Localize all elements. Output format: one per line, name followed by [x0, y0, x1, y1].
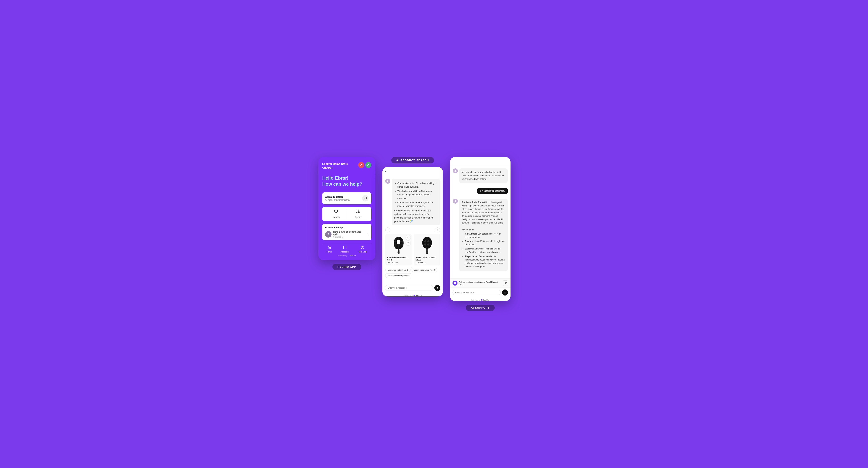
product-2-name: Acero Padel Racket – No. X	[415, 257, 439, 261]
svg-point-2	[365, 198, 366, 198]
svg-rect-5	[356, 210, 359, 212]
recent-avatar	[325, 231, 332, 238]
right-agent-avatar-2	[453, 199, 458, 204]
product-1-wishlist-btn[interactable]: ♡	[406, 235, 410, 240]
avatar-red	[358, 162, 364, 168]
svg-point-57	[427, 247, 427, 248]
right-lookfor-dot	[481, 299, 483, 301]
recent-message-card[interactable]: Recent message Here is our high-performa…	[322, 224, 371, 240]
middle-message-input-row	[382, 283, 443, 293]
left-phone-card: Lookfor Demo Store Chatbot Hello Ebrar! …	[318, 157, 375, 260]
product-context-bar: Ask me anything about Acero Padel Racket…	[450, 278, 510, 288]
svg-point-56	[428, 245, 429, 246]
middle-phone-card: ‹ Constructed with 18K carbon, making it…	[382, 167, 443, 296]
favorites-icon	[334, 210, 338, 214]
carousel-prev-btn[interactable]: ‹	[385, 227, 390, 232]
middle-lookfor-brand: lookfor	[416, 295, 422, 296]
context-cart-button[interactable]	[503, 280, 508, 286]
right-agent-message-2: The Acero Padel Racket No. 1 is designed…	[459, 199, 508, 271]
chip-learn-no1[interactable]: Learn more about No. 1	[385, 268, 410, 272]
svg-point-7	[359, 212, 359, 213]
svg-rect-61	[426, 251, 428, 252]
right-phone-card: ‹ for example, guide you in finding the …	[450, 157, 510, 301]
right-back-button[interactable]: ‹	[453, 160, 454, 163]
svg-point-46	[428, 243, 429, 244]
svg-point-65	[455, 170, 456, 171]
helpdesk-label: Help Desk	[358, 251, 367, 253]
right-user-message: Is it suitable for beginners?	[477, 188, 508, 194]
main-container: Lookfor Demo Store Chatbot Hello Ebrar! …	[318, 157, 550, 311]
svg-point-1	[368, 164, 369, 165]
product-2-price: EUR 400.00	[415, 262, 439, 264]
middle-powered-by: Powered by lookfor	[382, 293, 443, 296]
favorites-label: Favorites	[332, 216, 340, 219]
product-1-cart-btn[interactable]	[406, 241, 410, 245]
svg-point-42	[430, 241, 431, 242]
back-button[interactable]: ‹	[385, 169, 386, 173]
nav-home[interactable]: Home	[327, 245, 332, 253]
recent-row: Here is our high-performance option... 6…	[325, 231, 369, 238]
chip-similar[interactable]: Show me similar products	[385, 273, 412, 278]
orders-button[interactable]: Orders	[347, 210, 369, 219]
lookfor-dot	[348, 255, 349, 257]
messages-icon	[343, 245, 347, 250]
left-header: Lookfor Demo Store Chatbot	[322, 162, 371, 169]
svg-point-36	[427, 240, 428, 241]
middle-mic-button[interactable]	[434, 285, 440, 291]
favorites-button[interactable]: Favorites	[325, 210, 347, 219]
right-agent-row-1: for example, guide you in finding the ri…	[453, 168, 508, 186]
svg-point-55	[427, 245, 427, 246]
svg-rect-31	[397, 251, 400, 252]
orders-label: Orders	[354, 216, 361, 219]
middle-powered-text: Powered by	[404, 295, 413, 296]
svg-rect-28	[397, 240, 400, 244]
product-1-actions: ♡	[406, 235, 410, 245]
right-mic-button[interactable]	[502, 290, 508, 296]
right-panel-label: AI SUPPORT	[466, 305, 495, 311]
carousel-next-btn[interactable]: ›	[435, 227, 440, 232]
recent-title: Recent message	[325, 226, 369, 229]
product-2-image	[415, 236, 439, 255]
svg-point-45	[427, 243, 427, 244]
right-message-input[interactable]	[453, 290, 501, 295]
right-powered-text: Powered by	[471, 299, 480, 301]
svg-rect-60	[426, 250, 428, 251]
product-carousel: ♡	[385, 234, 440, 265]
middle-header: ‹	[382, 167, 443, 176]
nav-helpdesk[interactable]: Help Desk	[358, 245, 367, 253]
svg-point-35	[425, 240, 426, 241]
ask-subtitle: AI Agent answers instantly	[325, 199, 350, 201]
svg-point-41	[428, 241, 429, 242]
home-label: Home	[327, 251, 332, 253]
agent-chat-row-1: Constructed with 18K carbon, making it d…	[385, 179, 440, 225]
recent-message-text: Here is our high-performance option... 6…	[333, 231, 366, 238]
chip-learn-nox[interactable]: Learn more about No. X	[411, 268, 437, 272]
agent-message-1: Constructed with 18K carbon, making it d…	[392, 179, 440, 225]
product-1-name: Acero Padel Racket – No. 1	[387, 257, 410, 261]
svg-rect-59	[426, 249, 428, 249]
middle-panel-label: AI PRODUCT SEARCH	[391, 157, 434, 163]
right-content: for example, guide you in finding the ri…	[450, 166, 510, 278]
middle-content: Constructed with 18K carbon, making it d…	[382, 176, 443, 283]
ask-question-card[interactable]: Ask a question AI Agent answers instantl…	[322, 192, 371, 204]
svg-point-53	[430, 244, 431, 245]
recent-chevron-icon: ›	[368, 233, 369, 236]
product-carousel-wrapper: ‹ › ♡	[385, 227, 440, 265]
svg-point-39	[426, 241, 426, 242]
svg-point-34	[427, 239, 428, 240]
svg-point-37	[428, 240, 429, 241]
svg-point-52	[428, 244, 429, 245]
right-message-input-row	[450, 288, 510, 297]
svg-rect-32	[397, 252, 400, 253]
nav-messages[interactable]: Messages	[340, 245, 349, 253]
product-card-1: ♡	[385, 234, 412, 265]
svg-rect-30	[397, 250, 400, 250]
middle-lookfor-dot	[413, 295, 415, 296]
svg-point-51	[427, 244, 428, 245]
helpdesk-icon	[361, 245, 364, 250]
recent-time: 6 minutes ago	[333, 236, 366, 238]
middle-message-input[interactable]	[385, 285, 433, 291]
svg-point-48	[431, 243, 432, 244]
lookfor-brand: lookfor	[350, 255, 356, 257]
suggestion-chips: Learn more about No. 1 Learn more about …	[385, 268, 440, 278]
